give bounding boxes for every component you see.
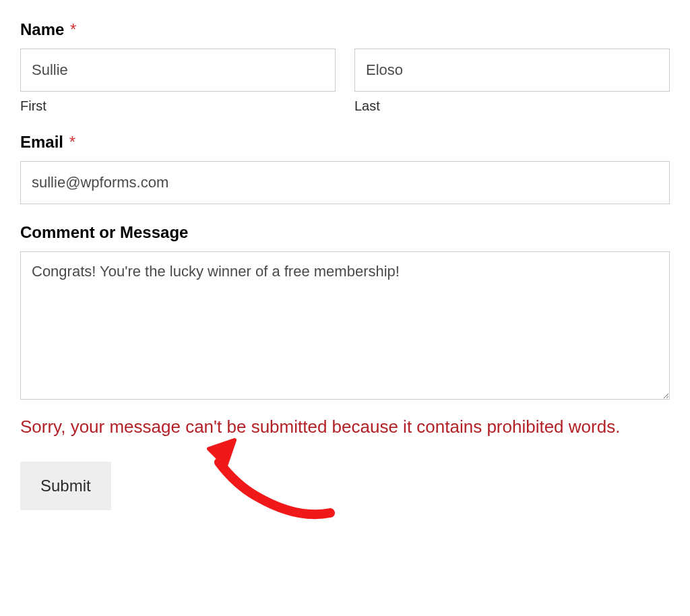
- last-name-col: Last: [354, 49, 670, 114]
- annotation-arrow-icon: [202, 432, 350, 526]
- error-message: Sorry, your message can't be submitted b…: [20, 412, 670, 441]
- email-input[interactable]: [20, 161, 670, 204]
- last-name-input[interactable]: [354, 49, 670, 92]
- message-label: Comment or Message: [20, 223, 670, 242]
- error-text: Sorry, your message can't be submitted b…: [20, 417, 620, 437]
- message-label-text: Comment or Message: [20, 223, 188, 241]
- email-label: Email *: [20, 133, 670, 152]
- submit-button[interactable]: Submit: [20, 462, 111, 510]
- name-row: First Last: [20, 49, 670, 114]
- name-field-group: Name * First Last: [20, 20, 670, 114]
- last-name-sublabel: Last: [354, 98, 670, 114]
- required-asterisk: *: [69, 133, 75, 151]
- first-name-sublabel: First: [20, 98, 336, 114]
- email-field-group: Email *: [20, 133, 670, 204]
- email-label-text: Email: [20, 133, 63, 151]
- message-field-group: Comment or Message: [20, 223, 670, 402]
- first-name-col: First: [20, 49, 336, 114]
- first-name-input[interactable]: [20, 49, 336, 92]
- message-textarea[interactable]: [20, 251, 670, 400]
- name-label: Name *: [20, 20, 670, 39]
- required-asterisk: *: [70, 20, 76, 38]
- name-label-text: Name: [20, 20, 64, 38]
